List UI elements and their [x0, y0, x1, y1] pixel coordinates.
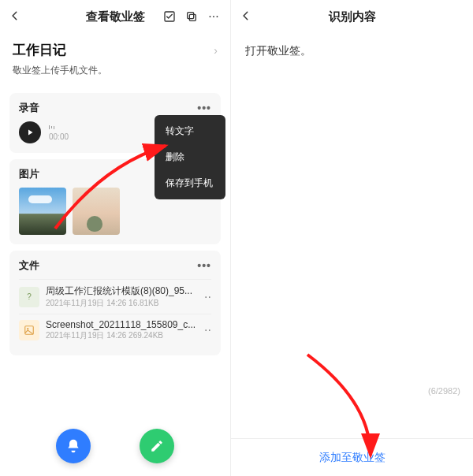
- image-thumb-2[interactable]: [73, 188, 120, 235]
- file-row-more-icon[interactable]: ··: [204, 323, 211, 337]
- back-icon[interactable]: [240, 9, 256, 25]
- file-name: 周级工作汇报统计模版(8)(80)_95...: [46, 284, 198, 298]
- recognized-text: 打开敬业签。: [245, 44, 311, 57]
- right-header-title: 识别内容: [231, 9, 473, 24]
- files-section-label: 文件: [19, 258, 39, 273]
- file-name: Screenshot_20211118_155809_c...: [46, 319, 198, 330]
- audio-section-label: 录音: [19, 101, 39, 115]
- svg-point-4: [27, 328, 28, 329]
- svg-rect-1: [189, 14, 196, 20]
- right-pane: 识别内容 打开敬业签。 (6/2982) 添加至敬业签: [231, 0, 473, 476]
- add-to-note-button[interactable]: 添加至敬业签: [319, 451, 385, 465]
- popup-item-save[interactable]: 保存到手机: [155, 170, 225, 196]
- audio-time: 00:00: [49, 132, 69, 141]
- file-row[interactable]: ? 周级工作汇报统计模版(8)(80)_95... 2021年11月19日 14…: [19, 279, 211, 314]
- fab-bar: [0, 429, 230, 463]
- svg-rect-2: [188, 13, 194, 19]
- right-header: 识别内容: [231, 0, 473, 33]
- file-image-icon: [19, 320, 39, 340]
- file-row[interactable]: Screenshot_20211118_155809_c... 2021年11月…: [19, 314, 211, 346]
- files-more-icon[interactable]: •••: [197, 259, 211, 272]
- image-section-label: 图片: [19, 167, 39, 181]
- note-subtitle: 敬业签上传手机文件。: [0, 64, 230, 87]
- more-icon[interactable]: ···: [207, 9, 221, 24]
- audio-meta: 00:00: [49, 125, 69, 141]
- popup-item-transcribe[interactable]: 转文字: [155, 118, 225, 144]
- popup-item-delete[interactable]: 删除: [155, 144, 225, 170]
- left-pane: 查看敬业签 ··· 工作日记 › 敬业签上传手机文件。 录音 •••: [0, 0, 231, 476]
- copy-icon[interactable]: [184, 9, 199, 24]
- files-card: 文件 ••• ? 周级工作汇报统计模版(8)(80)_95... 2021年11…: [9, 251, 221, 355]
- reminder-fab[interactable]: [56, 429, 91, 463]
- checkbox-edit-icon[interactable]: [162, 9, 177, 24]
- play-button[interactable]: [19, 121, 41, 143]
- file-row-more-icon[interactable]: ··: [204, 290, 211, 304]
- audio-card: 录音 ••• 00:00 转文字 删除 保存到手机: [9, 93, 221, 153]
- char-count: (6/2982): [428, 386, 460, 396]
- back-icon[interactable]: [9, 9, 25, 25]
- note-header[interactable]: 工作日记 ›: [0, 33, 230, 64]
- file-meta: 2021年11月19日 14:26 16.81KB: [46, 298, 198, 309]
- image-thumb-1[interactable]: [19, 188, 66, 235]
- right-footer: 添加至敬业签: [231, 438, 473, 476]
- left-header: 查看敬业签 ···: [0, 0, 230, 33]
- recognized-text-area[interactable]: 打开敬业签。 (6/2982): [231, 33, 473, 438]
- audio-more-icon[interactable]: •••: [197, 102, 211, 114]
- file-doc-icon: ?: [19, 287, 39, 307]
- audio-waveform: [49, 125, 69, 131]
- edit-fab[interactable]: [140, 429, 174, 463]
- chevron-right-icon: ›: [214, 44, 218, 57]
- file-meta: 2021年11月19日 14:26 269.24KB: [46, 330, 198, 341]
- audio-popup-menu: 转文字 删除 保存到手机: [155, 115, 225, 199]
- note-title: 工作日记: [13, 41, 66, 59]
